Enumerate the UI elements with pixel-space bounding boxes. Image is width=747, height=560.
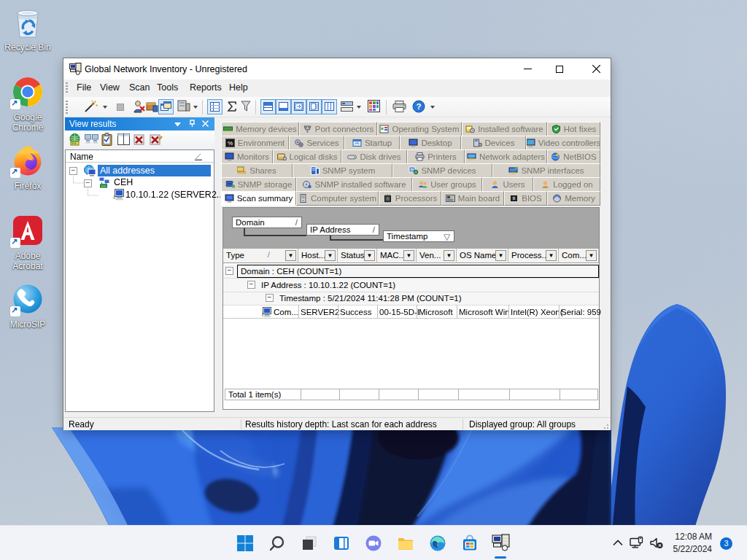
svg-text:?: ? (416, 102, 421, 111)
svg-text:B: B (513, 197, 515, 201)
svg-text:%: % (228, 140, 233, 147)
